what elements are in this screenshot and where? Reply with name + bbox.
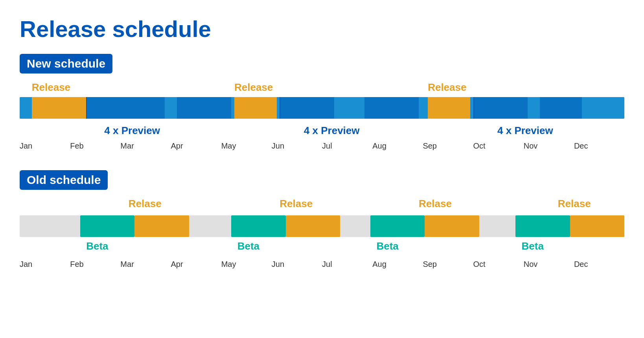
new-bar-dark-6 [540,97,582,119]
old-month-jun: Jun [272,260,322,269]
new-bar-orange-3 [428,97,470,119]
new-preview-label-1: 4 x Preview [104,125,160,137]
new-preview-label-2: 4 x Preview [304,125,360,137]
old-month-may: May [221,260,272,269]
old-orange-4 [570,215,624,237]
new-bar-dark-4 [364,97,419,119]
new-month-jun: Jun [272,141,322,151]
old-month-apr: Apr [171,260,221,269]
new-month-sep: Sep [423,141,473,151]
old-relase-label-4: Relase [558,198,591,210]
new-vline-1 [86,97,87,119]
new-vline-3 [473,97,474,119]
page-title: Release schedule [20,16,624,42]
old-teal-4 [515,215,570,237]
old-relase-label-3: Relase [419,198,452,210]
new-schedule-section: New schedule Release Release Release 4 x… [20,54,624,151]
new-schedule-label: New schedule [20,54,112,73]
new-month-aug: Aug [372,141,423,151]
old-beta-label-3: Beta [376,240,398,252]
old-month-jul: Jul [322,260,372,269]
new-preview-label-3: 4 x Preview [497,125,553,137]
new-bar-dark-3 [280,97,334,119]
new-release-label-1: Release [32,81,70,94]
new-month-mar: Mar [120,141,171,151]
old-month-aug: Aug [372,260,423,269]
new-month-nov: Nov [524,141,574,151]
old-month-mar: Mar [120,260,171,269]
old-month-nov: Nov [524,260,574,269]
new-month-oct: Oct [473,141,524,151]
old-beta-label-2: Beta [237,240,259,252]
new-schedule-bar [20,97,624,119]
old-teal-3 [370,215,425,237]
old-month-dec: Dec [574,260,624,269]
new-month-labels: Jan Feb Mar Apr May Jun Jul Aug Sep Oct … [20,141,624,151]
old-month-sep: Sep [423,260,473,269]
new-month-jul: Jul [322,141,372,151]
old-orange-1 [134,215,189,237]
old-orange-2 [286,215,340,237]
old-relase-label-2: Relase [280,198,313,210]
old-relase-label-1: Relase [129,198,162,210]
old-month-oct: Oct [473,260,524,269]
new-bar-dark-5 [473,97,528,119]
old-schedule-bar [20,215,624,237]
new-release-label-2: Release [234,81,273,94]
new-release-labels-row: Release Release Release [20,81,624,97]
old-teal-2 [231,215,285,237]
new-bar-dark-2 [177,97,231,119]
old-schedule-label: Old schedule [20,170,108,190]
old-schedule-section: Old schedule Relase Relase Relase Relase… [20,170,624,269]
old-orange-3 [425,215,479,237]
new-month-dec: Dec [574,141,624,151]
old-month-feb: Feb [70,260,120,269]
old-beta-label-4: Beta [522,240,544,252]
old-month-jan: Jan [20,260,70,269]
new-month-apr: Apr [171,141,221,151]
old-beta-labels: Beta Beta Beta Beta [20,240,624,258]
new-vline-2 [280,97,280,119]
new-bar-dark-1 [86,97,165,119]
new-month-feb: Feb [70,141,120,151]
new-preview-labels: 4 x Preview 4 x Preview 4 x Preview [20,122,624,140]
old-release-labels-row: Relase Relase Relase Relase [20,198,624,215]
old-teal-1 [80,215,134,237]
new-bar-orange-2 [234,97,277,119]
old-beta-label-1: Beta [86,240,108,252]
new-month-may: May [221,141,272,151]
old-month-labels: Jan Feb Mar Apr May Jun Jul Aug Sep Oct … [20,260,624,269]
new-bar-orange-1 [32,97,86,119]
new-release-label-3: Release [428,81,466,94]
new-month-jan: Jan [20,141,70,151]
